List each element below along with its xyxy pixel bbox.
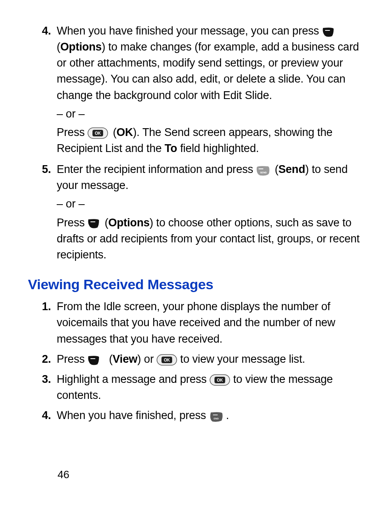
svg-text:OK: OK <box>95 131 101 136</box>
list-item: 1. From the Idle screen, your phone disp… <box>28 299 367 349</box>
or-separator: – or – <box>57 106 367 122</box>
list-body: When you have finished, press END . <box>57 408 367 426</box>
svg-text:SEND: SEND <box>260 171 267 174</box>
svg-text:OK: OK <box>217 378 224 382</box>
list-number: 1. <box>28 299 57 349</box>
send-key-icon: SEND <box>256 165 270 175</box>
text: Press <box>57 353 88 365</box>
list-number: 4. <box>28 23 57 159</box>
list-body: From the Idle screen, your phone display… <box>57 299 367 349</box>
right-softkey-icon <box>322 26 334 37</box>
ok-key-icon: OK <box>88 127 108 139</box>
text: Press <box>57 216 88 229</box>
text: ) to choose other options, such as save … <box>57 216 360 261</box>
text: Highlight a message and press <box>57 373 210 385</box>
bold-text: Options <box>60 41 102 53</box>
section-heading: Viewing Received Messages <box>28 274 367 295</box>
bold-text: Send <box>278 163 305 175</box>
instruction-list-2: 1. From the Idle screen, your phone disp… <box>28 299 367 426</box>
ok-key-icon: OK <box>210 374 230 386</box>
list-body: When you have finished your message, you… <box>57 23 367 159</box>
text: Enter the recipient information and pres… <box>57 163 256 175</box>
bold-text: To <box>165 142 178 154</box>
right-softkey-icon <box>88 355 100 365</box>
list-number: 3. <box>28 371 57 406</box>
list-body: Press (View) or OK to view your message … <box>57 351 367 370</box>
text: From the Idle screen, your phone display… <box>57 299 367 347</box>
text: to view your message list. <box>180 353 305 365</box>
list-item: 3. Highlight a message and press OK to v… <box>28 371 367 406</box>
svg-text:END: END <box>214 417 219 420</box>
svg-text:OK: OK <box>164 358 171 362</box>
text: Press <box>57 126 88 138</box>
text: ) or <box>137 353 157 365</box>
list-number: 4. <box>28 408 57 426</box>
instruction-list-1: 4. When you have finished your message, … <box>28 23 367 265</box>
right-softkey-icon <box>88 218 100 228</box>
list-number: 2. <box>28 351 57 370</box>
text: ) to make changes (for example, add a bu… <box>57 41 359 101</box>
list-body: Highlight a message and press OK to view… <box>57 371 367 406</box>
list-item: 5. Enter the recipient information and p… <box>28 161 367 265</box>
list-body: Enter the recipient information and pres… <box>57 161 367 265</box>
bold-text: Options <box>108 216 150 229</box>
text: . <box>226 409 229 421</box>
bold-text: OK <box>116 126 133 138</box>
list-item: 2. Press (View) or OK to view your messa… <box>28 351 367 370</box>
page-number: 46 <box>58 467 69 483</box>
or-separator: – or – <box>57 196 367 212</box>
ok-key-icon: OK <box>157 354 177 366</box>
text: field highlighted. <box>177 142 259 154</box>
text: When you have finished your message, you… <box>57 25 322 37</box>
list-item: 4. When you have finished your message, … <box>28 23 367 159</box>
manual-page: 4. When you have finished your message, … <box>0 0 392 532</box>
list-item: 4. When you have finished, press END . <box>28 408 367 426</box>
bold-text: View <box>113 353 137 365</box>
text: When you have finished, press <box>57 409 209 421</box>
end-key-icon: END <box>209 411 223 421</box>
list-number: 5. <box>28 161 57 265</box>
